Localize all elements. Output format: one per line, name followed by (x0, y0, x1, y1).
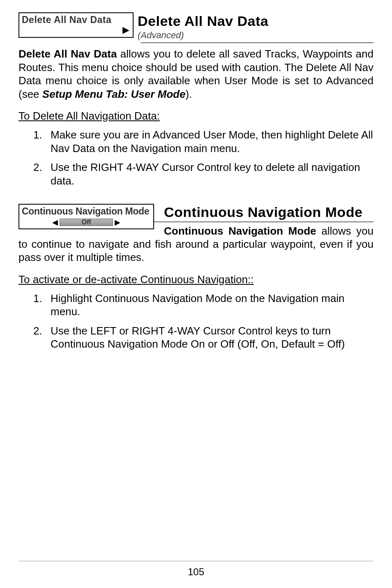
continuous-nav-menu-box: Continuous Navigation Mode ◀ Off ▶ (18, 204, 154, 229)
section-2-bold-prefix: Continuous Navigation Mode (164, 225, 316, 237)
arrow-right-icon: ▶ (122, 25, 129, 35)
section-1-list: Make sure you are in Advanced User Mode,… (18, 128, 374, 187)
body-italic: Setup Menu Tab: User Mode (42, 88, 186, 100)
title-underline (141, 42, 374, 43)
section-2-subheading: To activate or de-activate Continuous Na… (18, 273, 374, 286)
body-bold-prefix: Delete All Nav Data (18, 48, 117, 60)
body-text-2: ). (185, 88, 192, 100)
list-item: Make sure you are in Advanced User Mode,… (18, 128, 374, 155)
section-1-subheading: To Delete All Navigation Data: (18, 110, 374, 122)
off-bar: Off (60, 219, 113, 226)
list-item: Highlight Continuous Navigation Mode on … (18, 292, 374, 318)
section-1-body: Delete All Nav Data allows you to delete… (18, 47, 374, 101)
delete-nav-data-menu-box: Delete All Nav Data ▶ (18, 12, 134, 38)
section-1-header: Delete All Nav Data ▶ Delete All Nav Dat… (18, 12, 374, 41)
page-footer: 105 (18, 561, 374, 578)
menu-box-label: Delete All Nav Data (19, 13, 133, 27)
list-item: Use the LEFT or RIGHT 4-WAY Cursor Contr… (18, 324, 374, 351)
section-1-subtitle: (Advanced) (138, 30, 374, 41)
section-1-title: Delete All Nav Data (138, 13, 374, 29)
section-2-float-box: Continuous Navigation Mode ◀ Off ▶ (18, 204, 158, 229)
list-item: Use the RIGHT 4-WAY Cursor Control key t… (18, 161, 374, 187)
off-control: ◀ Off ▶ (19, 216, 153, 228)
section-2-list: Highlight Continuous Navigation Mode on … (18, 292, 374, 351)
section-1-title-block: Delete All Nav Data (Advanced) (138, 12, 374, 41)
triangle-right-icon: ▶ (115, 218, 120, 227)
triangle-left-icon: ◀ (52, 218, 58, 227)
page-number: 105 (188, 566, 204, 577)
section-2: Continuous Navigation Mode ◀ Off ▶ Conti… (18, 204, 374, 273)
